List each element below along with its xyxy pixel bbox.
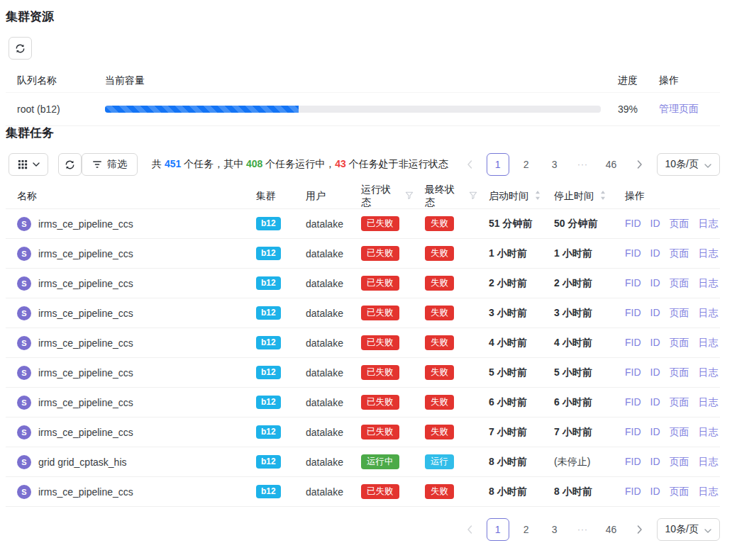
action-link-id[interactable]: ID (650, 396, 660, 409)
action-link-fid[interactable]: FID (625, 247, 641, 260)
action-link-日志[interactable]: 日志 (699, 247, 719, 260)
bottom-pagination-bar: 123···4610条/页 (6, 518, 720, 541)
pagination-page-46[interactable]: 46 (600, 153, 623, 176)
action-link-页面[interactable]: 页面 (670, 277, 689, 290)
action-link-页面[interactable]: 页面 (670, 426, 689, 439)
action-link-id[interactable]: ID (650, 426, 660, 439)
action-link-fid[interactable]: FID (625, 396, 641, 409)
page-size-select[interactable]: 10条/页 (657, 518, 720, 541)
final-status-badge: 失败 (425, 335, 454, 350)
action-link-id[interactable]: ID (650, 277, 660, 290)
action-link-fid[interactable]: FID (625, 486, 641, 498)
column-settings-button[interactable] (9, 153, 48, 176)
action-link-fid[interactable]: FID (625, 366, 641, 379)
filter-button[interactable]: 筛选 (82, 153, 138, 176)
action-link-id[interactable]: ID (650, 337, 660, 349)
run-status-badge: 已失败 (361, 335, 399, 350)
action-link-日志[interactable]: 日志 (699, 486, 719, 498)
col-header-run-status[interactable]: 运行状态 (350, 184, 414, 209)
action-link-id[interactable]: ID (650, 247, 660, 260)
action-link-日志[interactable]: 日志 (699, 366, 719, 379)
filter-funnel-icon[interactable] (405, 191, 414, 202)
col-header-name: 名称 (6, 190, 245, 203)
pagination-page-1[interactable]: 1 (487, 153, 509, 176)
col-header-stop-time[interactable]: 停止时间 (543, 190, 614, 203)
table-row: S irms_ce_pipeline_ccs b12 datalake 已失败 … (6, 239, 720, 269)
action-link-页面[interactable]: 页面 (670, 486, 689, 498)
task-name: irms_ce_pipeline_ccs (38, 278, 133, 289)
task-user: datalake (294, 486, 350, 498)
action-link-日志[interactable]: 日志 (699, 218, 719, 230)
sorter-icon[interactable] (535, 191, 541, 202)
task-user: datalake (294, 248, 350, 259)
filter-funnel-icon[interactable] (469, 191, 477, 202)
action-link-fid[interactable]: FID (625, 218, 641, 230)
stop-time: 4 小时前 (543, 337, 614, 349)
action-link-id[interactable]: ID (650, 218, 660, 230)
task-name: irms_ce_pipeline_ccs (38, 337, 133, 349)
run-status-badge: 已失败 (361, 306, 399, 320)
pagination-page-2[interactable]: 2 (515, 518, 538, 541)
action-link-id[interactable]: ID (650, 307, 660, 320)
action-link-id[interactable]: ID (650, 456, 660, 469)
pagination-page-1[interactable]: 1 (487, 518, 509, 541)
tasks-refresh-button[interactable] (58, 153, 82, 176)
table-row: S irms_ce_pipeline_ccs b12 datalake 已失败 … (6, 269, 720, 298)
task-name: irms_ce_pipeline_ccs (38, 427, 133, 438)
action-link-fid[interactable]: FID (625, 426, 641, 439)
action-link-日志[interactable]: 日志 (699, 456, 719, 469)
pagination-page-46[interactable]: 46 (600, 518, 623, 541)
task-name: irms_ce_pipeline_ccs (38, 218, 133, 230)
action-link-fid[interactable]: FID (625, 456, 641, 469)
row-actions: FIDID页面日志 (614, 456, 720, 469)
col-header-start-time[interactable]: 启动时间 (477, 190, 543, 203)
cluster-badge: b12 (256, 366, 281, 379)
pagination-ellipsis[interactable]: ··· (572, 518, 594, 541)
action-link-日志[interactable]: 日志 (699, 426, 719, 439)
start-time: 1 小时前 (477, 247, 543, 260)
action-link-页面[interactable]: 页面 (670, 337, 689, 349)
pagination-page-3[interactable]: 3 (543, 153, 566, 176)
spark-avatar: S (17, 276, 31, 291)
start-time: 51 分钟前 (477, 218, 543, 230)
pagination-next-icon[interactable] (628, 153, 651, 176)
action-link-页面[interactable]: 页面 (670, 247, 689, 260)
col-header-queue-name: 队列名称 (6, 74, 105, 87)
action-link-id[interactable]: ID (650, 366, 660, 379)
resources-refresh-button[interactable] (9, 37, 32, 60)
sorter-icon[interactable] (600, 191, 606, 202)
action-link-日志[interactable]: 日志 (699, 337, 719, 349)
manage-page-link[interactable]: 管理页面 (659, 103, 699, 114)
action-link-页面[interactable]: 页面 (670, 218, 689, 230)
page-size-select[interactable]: 10条/页 (657, 153, 720, 176)
action-link-页面[interactable]: 页面 (670, 396, 689, 409)
action-link-日志[interactable]: 日志 (699, 307, 719, 320)
pagination-prev-icon[interactable] (458, 518, 481, 541)
action-link-页面[interactable]: 页面 (670, 456, 689, 469)
pagination-ellipsis[interactable]: ··· (572, 153, 594, 176)
action-link-日志[interactable]: 日志 (699, 396, 719, 409)
pagination-page-3[interactable]: 3 (543, 518, 566, 541)
row-actions: FIDID页面日志 (614, 486, 720, 498)
row-actions: FIDID页面日志 (614, 247, 720, 260)
action-link-fid[interactable]: FID (625, 307, 641, 320)
running-count: 408 (246, 158, 262, 169)
action-link-日志[interactable]: 日志 (699, 277, 719, 290)
col-header-final-status[interactable]: 最终状态 (414, 184, 477, 209)
pagination-page-2[interactable]: 2 (515, 153, 538, 176)
action-link-id[interactable]: ID (650, 486, 660, 498)
action-link-页面[interactable]: 页面 (670, 307, 689, 320)
final-status-badge: 失败 (425, 306, 454, 320)
pagination-next-icon[interactable] (628, 518, 651, 541)
final-status-badge: 失败 (425, 425, 454, 439)
action-link-页面[interactable]: 页面 (670, 366, 689, 379)
cluster-tasks-title: 集群任务 (6, 126, 720, 140)
pagination-prev-icon[interactable] (458, 153, 481, 176)
row-actions: FIDID页面日志 (614, 218, 720, 230)
spark-avatar: S (17, 396, 31, 410)
cluster-badge: b12 (256, 455, 281, 469)
start-time: 8 小时前 (477, 486, 543, 498)
stop-time: 8 小时前 (543, 486, 614, 498)
action-link-fid[interactable]: FID (625, 337, 641, 349)
action-link-fid[interactable]: FID (625, 277, 641, 290)
